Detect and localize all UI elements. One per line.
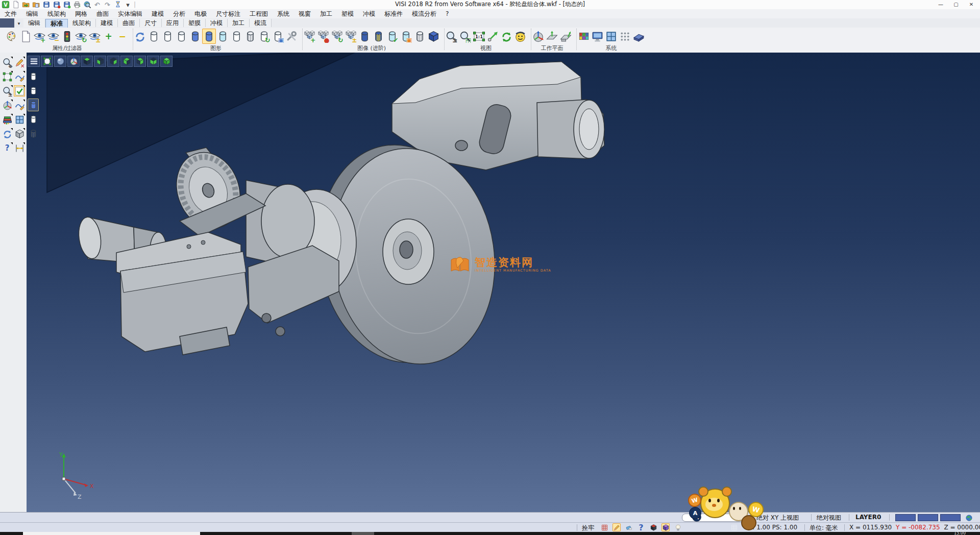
color-settings-icon[interactable]: [577, 29, 591, 44]
display-mesh-icon[interactable]: [243, 29, 257, 44]
viewbar-frame-icon[interactable]: [41, 56, 53, 67]
tab-加工[interactable]: 加工: [228, 19, 250, 27]
style-outline-icon[interactable]: [28, 113, 39, 126]
maximize-button[interactable]: ▢: [948, 0, 964, 9]
open-file-icon[interactable]: [21, 1, 30, 9]
edit-wand-icon[interactable]: [612, 523, 621, 531]
zoom-icon[interactable]: ±: [445, 29, 458, 44]
remove-filter-icon[interactable]: −: [115, 29, 129, 44]
menu-塑模[interactable]: 塑模: [337, 9, 358, 18]
wcs-compass-icon[interactable]: [2, 100, 13, 111]
menu-文件[interactable]: 文件: [0, 9, 21, 18]
zoom-1to1-icon[interactable]: 1:1: [472, 29, 486, 44]
view-cube-front-icon[interactable]: [94, 56, 106, 67]
menu-建模[interactable]: 建模: [147, 9, 168, 18]
hint-bulb-icon[interactable]: [674, 523, 682, 531]
adv-refresh-icon[interactable]: ↻: [330, 29, 344, 44]
lock-toggle-label[interactable]: 拴牢: [582, 524, 594, 532]
display-translucent-icon[interactable]: [216, 29, 230, 44]
menu-线架构[interactable]: 线架构: [43, 9, 70, 18]
display-shaded-icon[interactable]: [188, 29, 202, 44]
tab-建模[interactable]: 建模: [96, 19, 118, 27]
menu-网格[interactable]: 网格: [70, 9, 92, 18]
solid-check-icon[interactable]: ✔: [385, 29, 399, 44]
display-hidden-line-icon[interactable]: [161, 29, 175, 44]
display-dashed-icon[interactable]: [175, 29, 188, 44]
menu-分析[interactable]: 分析: [168, 9, 190, 18]
zoom-inout-icon[interactable]: ±: [2, 85, 13, 96]
workplane-axis-icon[interactable]: [545, 29, 559, 44]
layers-palette-icon[interactable]: [2, 114, 13, 125]
save-icon[interactable]: [42, 1, 51, 9]
solid-dark-icon[interactable]: [358, 29, 372, 44]
view-cube-left-icon[interactable]: [107, 56, 119, 67]
tab-标准[interactable]: 标准: [45, 19, 68, 28]
workplane-compass-icon[interactable]: [531, 29, 545, 44]
view-ref-label[interactable]: 绝对视图: [817, 514, 841, 522]
edit-spline-icon[interactable]: [14, 71, 25, 82]
zoom-selection-icon[interactable]: ◆: [2, 57, 13, 68]
package-icon[interactable]: [649, 523, 657, 531]
quick-access-dropdown[interactable]: ▾: [124, 1, 132, 9]
attributes-palette-icon[interactable]: [5, 29, 19, 44]
menu-加工[interactable]: 加工: [315, 9, 337, 18]
style-mesh-icon[interactable]: [28, 127, 39, 140]
solid-mesh-icon[interactable]: [413, 29, 427, 44]
solid-copy-icon[interactable]: ▣: [399, 29, 413, 44]
tab-模流[interactable]: 模流: [250, 19, 272, 27]
add-filter-icon[interactable]: +: [102, 29, 115, 44]
query-icon[interactable]: ?: [637, 523, 645, 531]
style-wireframe-icon[interactable]: [28, 70, 39, 83]
monitor-settings-icon[interactable]: [591, 29, 604, 44]
view-cube-iso-icon[interactable]: [134, 56, 146, 67]
tab-线架构[interactable]: 线架构: [68, 19, 96, 27]
tab-尺寸[interactable]: 尺寸: [140, 19, 162, 27]
menu-电极[interactable]: 电极: [190, 9, 211, 18]
adv-add-icon[interactable]: +: [303, 29, 316, 44]
layer-color-swatch-1[interactable]: [895, 514, 916, 521]
taskbar-app-button[interactable]: [352, 532, 374, 535]
menu-系统[interactable]: 系统: [273, 9, 294, 18]
web-status-icon[interactable]: [965, 514, 973, 522]
filter-traffic-icon[interactable]: [60, 29, 74, 44]
print-preview-icon[interactable]: [83, 1, 91, 9]
grid-window-icon[interactable]: [14, 114, 25, 125]
view-cube-right-icon[interactable]: [120, 56, 133, 67]
help-query-icon[interactable]: ?: [2, 142, 13, 154]
rotate-view-icon[interactable]: [500, 29, 513, 44]
adv-toggle-icon[interactable]: ±: [344, 29, 358, 44]
tab-编辑[interactable]: 编辑: [23, 19, 45, 27]
print-icon[interactable]: [72, 1, 81, 9]
solid-striped-icon[interactable]: [372, 29, 385, 44]
regenerate-icon[interactable]: [2, 128, 13, 139]
tab-塑膜[interactable]: 塑膜: [184, 19, 206, 27]
viewbar-menu-icon[interactable]: [28, 56, 40, 67]
view-cube-shaded-icon[interactable]: [160, 56, 173, 67]
zoom-extents-icon[interactable]: ◱: [458, 29, 472, 44]
tab-应用[interactable]: 应用: [162, 19, 184, 27]
toggle-visibility-icon[interactable]: ±: [88, 29, 102, 44]
close-button[interactable]: ✕: [964, 0, 979, 9]
menu-曲面[interactable]: 曲面: [92, 9, 113, 18]
display-outline-icon[interactable]: [230, 29, 243, 44]
menu-视窗[interactable]: 视窗: [294, 9, 315, 18]
tab-曲面[interactable]: 曲面: [118, 19, 140, 27]
view-cube-top-icon[interactable]: [81, 56, 93, 67]
display-shaded-edges-icon[interactable]: [202, 29, 216, 44]
display-refresh-icon[interactable]: ↻: [257, 29, 271, 44]
tab-overflow-caret[interactable]: ▾: [14, 19, 23, 28]
viewport-3d[interactable]: 智造资料网 INTELLIGENT MANUFACTURING DATA Y X…: [27, 53, 980, 512]
adv-traffic-icon[interactable]: ●: [316, 29, 330, 44]
grid-settings-icon[interactable]: [618, 29, 632, 44]
dynamic-view-icon[interactable]: [486, 29, 500, 44]
fill-can-icon[interactable]: [625, 523, 633, 531]
menu-编辑[interactable]: 编辑: [21, 9, 43, 18]
history-icon[interactable]: [113, 1, 122, 9]
workspace-3d-icon[interactable]: [632, 29, 646, 44]
menu-模流分析[interactable]: 模流分析: [407, 9, 441, 18]
spline-edit-icon[interactable]: [14, 100, 25, 111]
regen-icon[interactable]: [133, 29, 147, 44]
taskbar-search-box[interactable]: [23, 532, 200, 535]
snap-grid-icon[interactable]: [600, 523, 608, 531]
new-file-icon[interactable]: [11, 1, 20, 9]
